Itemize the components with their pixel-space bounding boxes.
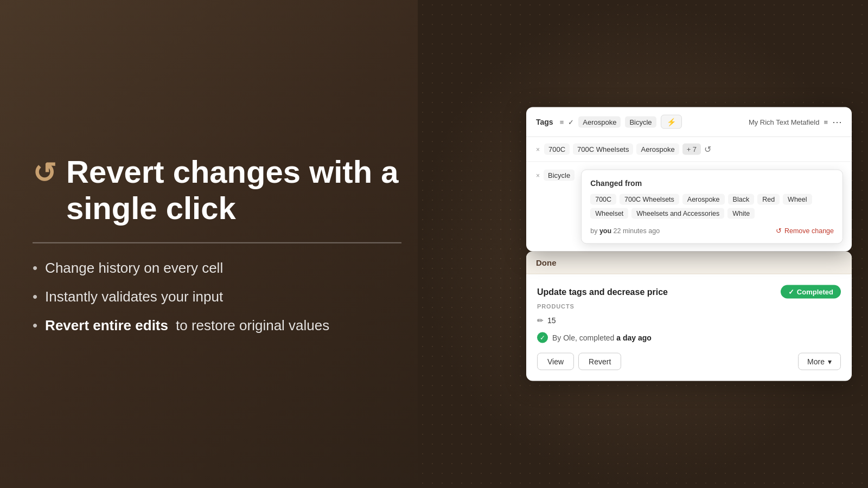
check-circle-icon: ✓ xyxy=(537,332,548,343)
heading-text: Revert changes with a single click xyxy=(66,154,398,226)
input-tag-700c: 700C xyxy=(544,144,570,155)
divider xyxy=(33,242,401,243)
main-heading: ↺ Revert changes with a single click xyxy=(33,154,412,226)
bicycle-tag-close: × Bicycle xyxy=(535,170,575,181)
close-input-x[interactable]: × xyxy=(535,145,541,153)
revert-heading-icon: ↺ xyxy=(33,157,56,190)
tag-chip-aerospoke: Aerospoke xyxy=(578,116,621,127)
tag-chip-bicycle: Bicycle xyxy=(625,116,656,127)
edit-count: 15 xyxy=(547,316,556,325)
meta-filter-icon: ≡ xyxy=(824,118,828,126)
more-label: More xyxy=(807,357,825,366)
right-panels: Tags ≡ ✓ Aerospoke Bicycle ⚡ My Rich Tex… xyxy=(526,107,852,381)
action-row: View Revert More ▾ xyxy=(537,353,841,370)
changed-tag-700c-wheelsets: 700C Wheelsets xyxy=(620,194,679,205)
view-button[interactable]: View xyxy=(537,353,574,370)
bullet-item-3: Revert entire edits to restore original … xyxy=(33,317,412,334)
changed-tags-grid: 700C 700C Wheelsets Aerospoke Black Red … xyxy=(590,194,834,219)
chevron-down-icon: ▾ xyxy=(828,357,832,366)
completed-by-row: ✓ By Ole, completed a day ago xyxy=(537,332,841,343)
plus-count[interactable]: + 7 xyxy=(682,144,701,155)
revert-button[interactable]: Revert xyxy=(578,353,621,370)
completed-by-text: By Ole, completed a day ago xyxy=(552,333,652,342)
changed-tag-aerospoke: Aerospoke xyxy=(682,194,725,205)
top-card-header: Tags ≡ ✓ Aerospoke Bicycle ⚡ My Rich Tex… xyxy=(526,107,852,137)
input-tag-aerospoke: Aerospoke xyxy=(636,144,679,155)
done-content: Update tags and decrease price ✓ Complet… xyxy=(526,274,852,381)
meta-row: My Rich Text Metafield ≡ ⋯ xyxy=(749,116,842,128)
lightning-button[interactable]: ⚡ xyxy=(661,115,682,129)
close-bicycle-x[interactable]: × xyxy=(535,171,541,179)
bottom-card: Done Update tags and decrease price ✓ Co… xyxy=(526,252,852,381)
changed-tag-wheelset: Wheelset xyxy=(590,208,628,219)
input-tag-700c-wheelsets: 700C Wheelsets xyxy=(573,144,633,155)
by-text: by you 22 minutes ago xyxy=(590,227,660,234)
task-header-row: Update tags and decrease price ✓ Complet… xyxy=(537,285,841,299)
done-header: Done xyxy=(526,252,852,274)
task-title: Update tags and decrease price xyxy=(537,287,668,297)
changed-tag-white: White xyxy=(727,208,755,219)
more-button[interactable]: More ▾ xyxy=(798,353,841,370)
tags-filter-icon: ≡ xyxy=(560,118,564,126)
action-btns-left: View Revert xyxy=(537,353,621,370)
changed-tag-wheelsets-accessories: Wheelsets and Accessories xyxy=(631,208,724,219)
completed-check-icon: ✓ xyxy=(788,288,794,296)
meta-label: My Rich Text Metafield xyxy=(749,118,820,126)
remove-change-icon: ↺ xyxy=(776,227,782,235)
changed-tag-black: Black xyxy=(728,194,755,205)
bullet-item-1: Change history on every cell xyxy=(33,260,412,277)
tags-check-icon: ✓ xyxy=(568,118,574,126)
pencil-icon: ✏ xyxy=(537,316,544,325)
done-label: Done xyxy=(536,258,557,267)
completed-badge: ✓ Completed xyxy=(781,285,841,299)
changed-from-row: × Bicycle Changed from 700C 700C Wheelse… xyxy=(526,162,852,252)
tags-label: Tags xyxy=(536,118,553,126)
top-card: Tags ≡ ✓ Aerospoke Bicycle ⚡ My Rich Tex… xyxy=(526,107,852,252)
left-panel: ↺ Revert changes with a single click Cha… xyxy=(33,154,412,334)
changed-from-footer: by you 22 minutes ago ↺ Remove change xyxy=(590,227,834,235)
changed-tag-red: Red xyxy=(757,194,780,205)
completed-label: Completed xyxy=(797,288,833,296)
changed-tag-wheel: Wheel xyxy=(783,194,812,205)
remove-change-button[interactable]: ↺ Remove change xyxy=(776,227,834,235)
edit-count-row: ✏ 15 xyxy=(537,316,841,325)
tags-row: Tags ≡ ✓ Aerospoke Bicycle ⚡ xyxy=(536,115,682,129)
bullet-item-2: Instantly validates your input xyxy=(33,288,412,305)
changed-tag-700c: 700C xyxy=(590,194,616,205)
more-icon: ⋯ xyxy=(832,116,842,128)
changed-from-popup: Changed from 700C 700C Wheelsets Aerospo… xyxy=(581,170,843,244)
bullet-list: Change history on every cell Instantly v… xyxy=(33,260,412,334)
changed-from-title: Changed from xyxy=(590,179,834,188)
tags-input-row: × 700C 700C Wheelsets Aerospoke + 7 ↺ xyxy=(526,137,852,162)
bicycle-tag: Bicycle xyxy=(544,170,575,181)
products-label: PRODUCTS xyxy=(537,303,841,310)
undo-button[interactable]: ↺ xyxy=(704,144,711,155)
